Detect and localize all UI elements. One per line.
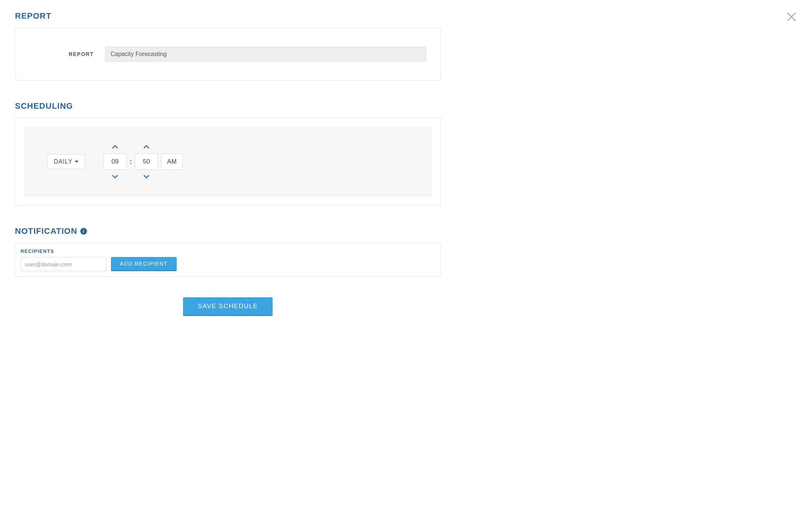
close-icon[interactable] (786, 11, 797, 22)
recipients-row: ADD RECIPIENT (21, 257, 435, 271)
recipients-label: RECIPIENTS (21, 248, 435, 254)
hour-down-icon[interactable] (112, 174, 118, 179)
schedule-form: REPORT REPORT SCHEDULING DAILY (15, 11, 441, 316)
scheduling-panel: DAILY : (15, 118, 441, 206)
report-field-label: REPORT (27, 51, 94, 57)
minute-down-icon[interactable] (143, 174, 149, 179)
section-title-report: REPORT (15, 11, 441, 21)
minute-up-icon[interactable] (143, 145, 149, 149)
scheduling-inner: DAILY : (25, 127, 431, 196)
hour-column (103, 145, 127, 179)
notification-panel: RECIPIENTS ADD RECIPIENT (15, 243, 441, 277)
minute-input[interactable] (135, 154, 158, 170)
add-recipient-button[interactable]: ADD RECIPIENT (111, 257, 177, 271)
save-row: SAVE SCHEDULE (15, 297, 441, 316)
hour-input[interactable] (103, 154, 127, 170)
hour-up-icon[interactable] (112, 145, 118, 149)
section-title-scheduling: SCHEDULING (15, 101, 441, 111)
frequency-dropdown[interactable]: DAILY (47, 154, 85, 169)
notification-title-text: NOTIFICATION (15, 226, 77, 236)
time-picker: : AM (103, 145, 183, 179)
recipient-email-input[interactable] (21, 257, 106, 271)
minute-column (135, 145, 158, 179)
frequency-value: DAILY (54, 158, 72, 165)
scheduling-row: DAILY : (47, 145, 408, 179)
info-icon[interactable]: i (80, 228, 87, 235)
caret-down-icon (75, 161, 78, 163)
report-field-row: REPORT (27, 47, 429, 62)
section-title-notification: NOTIFICATION i (15, 226, 441, 236)
time-separator: : (130, 158, 132, 166)
report-name-input[interactable] (105, 47, 426, 62)
ampm-toggle[interactable]: AM (161, 154, 183, 170)
ampm-column: AM (161, 154, 183, 170)
report-panel: REPORT (15, 28, 441, 81)
save-schedule-button[interactable]: SAVE SCHEDULE (183, 297, 273, 316)
